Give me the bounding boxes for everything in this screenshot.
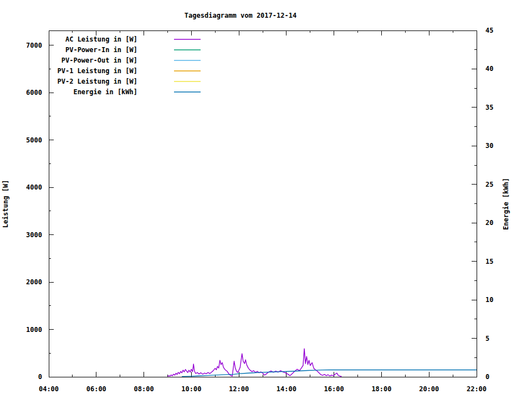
y2-axis-tick-label: 40 xyxy=(485,65,493,73)
chart-title: Tagesdiagramm vom 2017-12-14 xyxy=(185,12,296,19)
y-axis-tick-label: 7000 xyxy=(26,42,42,49)
y2-axis-tick-label: 15 xyxy=(485,258,493,265)
y-axis-tick-label: 3000 xyxy=(26,231,42,239)
right-axis-title: Energie [kWh] xyxy=(502,178,510,230)
legend: AC Leistung in [W]PV-Power-In in [W]PV-P… xyxy=(58,35,201,96)
y-axis-tick-label: 2000 xyxy=(26,278,42,286)
chart-canvas: Tagesdiagramm vom 2017-12-14 Leistung [W… xyxy=(0,0,532,399)
legend-item: PV-2 Leistung in [W] xyxy=(58,78,201,85)
legend-label: PV-Power-Out in [W] xyxy=(62,57,137,64)
y2-axis-tick-label: 20 xyxy=(485,219,493,227)
x-axis-tick-label: 10:00 xyxy=(181,385,201,393)
legend-label: PV-Power-In in [W] xyxy=(65,46,137,54)
y2-axis-tick-label: 25 xyxy=(485,181,493,188)
y2-axis-tick-label: 10 xyxy=(485,296,493,304)
x-axis-tick-label: 04:00 xyxy=(39,385,59,393)
x-axis-tick-label: 08:00 xyxy=(134,385,154,393)
y-axis-tick-label: 5000 xyxy=(26,136,42,144)
x-axis-tick-label: 22:00 xyxy=(467,385,487,393)
y2-axis-tick-label: 30 xyxy=(485,142,493,150)
y-axis-tick-label: 0 xyxy=(38,373,42,381)
legend-item: PV-1 Leistung in [W] xyxy=(58,67,201,75)
series-line-ac-leistung-in-w xyxy=(167,349,341,376)
y2-axis-tick-label: 0 xyxy=(485,373,489,381)
legend-label: AC Leistung in [W] xyxy=(65,35,137,43)
y-axis-tick-label: 1000 xyxy=(26,326,42,334)
legend-item: AC Leistung in [W] xyxy=(65,35,201,43)
x-axis-tick-label: 18:00 xyxy=(371,385,391,393)
legend-item: PV-Power-Out in [W] xyxy=(62,57,201,64)
x-axis-tick-label: 06:00 xyxy=(86,385,106,393)
legend-item: Energie in [kWh] xyxy=(73,88,201,96)
y2-axis-tick-label: 35 xyxy=(485,104,493,111)
y2-axis-tick-label: 5 xyxy=(485,335,489,342)
legend-label: PV-2 Leistung in [W] xyxy=(58,78,138,85)
x-axis-tick-label: 14:00 xyxy=(277,385,296,393)
chart-svg: Tagesdiagramm vom 2017-12-14 Leistung [W… xyxy=(0,0,532,399)
x-axis-tick-label: 20:00 xyxy=(419,385,439,393)
legend-item: PV-Power-In in [W] xyxy=(65,46,201,54)
legend-label: PV-1 Leistung in [W] xyxy=(58,67,138,75)
x-axis-tick-label: 12:00 xyxy=(229,385,249,393)
x-axis-tick-label: 16:00 xyxy=(324,385,344,393)
y2-axis-tick-label: 45 xyxy=(485,27,493,34)
left-axis-title: Leistung [W] xyxy=(2,180,9,228)
legend-label: Energie in [kWh] xyxy=(73,88,137,96)
y-axis-tick-label: 4000 xyxy=(26,183,42,191)
series-lines xyxy=(167,349,477,376)
y-axis-tick-label: 6000 xyxy=(26,89,42,96)
